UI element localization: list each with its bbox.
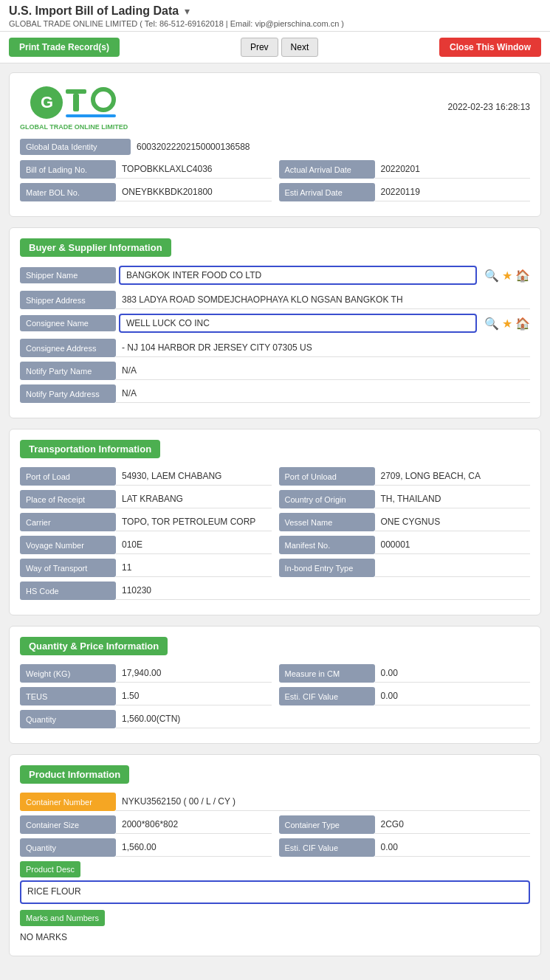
carrier-vessel-row: Carrier TOPO, TOR PETROLEUM CORP Vessel … [20,513,530,531]
quantity-row: Quantity 1,560.00(CTN) [20,710,530,728]
shipper-name-value: BANGKOK INTER FOOD CO LTD [119,266,477,285]
weight-group: Weight (KG) 17,940.00 [20,664,272,683]
container-number-row: Container Number NYKU3562150 ( 00 / L / … [20,793,530,811]
transport-bond-row: Way of Transport 11 In-bond Entry Type [20,559,530,577]
port-unload-value: 2709, LONG BEACH, CA [375,467,531,486]
esti-cif-group: Esti. CIF Value 0.00 [279,687,531,705]
container-size-group: Container Size 2000*806*802 [20,815,272,834]
consignee-name-row: Consignee Name WELL LUCK CO INC 🔍 ★ 🏠 [20,314,530,333]
weight-label: Weight (KG) [20,664,116,683]
hs-code-row: HS Code 110230 [20,582,530,600]
esti-arrival-group: Esti Arrival Date 20220119 [279,183,531,201]
bol-label: Bill of Lading No. [20,160,116,179]
container-number-value: NYKU3562150 ( 00 / L / CY ) [116,793,530,811]
svg-rect-2 [66,89,86,94]
logo-text: GLOBAL TRADE ONLINE LIMITED [20,123,128,131]
voyage-manifest-row: Voyage Number 010E Manifest No. 000001 [20,536,530,554]
teus-label: TEUS [20,687,116,705]
quantity-price-card: Quantity & Price Information Weight (KG)… [9,626,541,744]
home-icon[interactable]: 🏠 [515,269,530,283]
page-title: U.S. Import Bill of Lading Data [9,4,179,17]
transportation-card: Transportation Information Port of Load … [9,429,541,615]
nav-buttons: Prev Next [126,38,433,57]
hs-code-value: 110230 [116,582,530,600]
voyage-group: Voyage Number 010E [20,536,272,554]
manifest-group: Manifest No. 000001 [279,536,531,554]
title-arrow[interactable]: ▾ [185,5,190,17]
container-size-label: Container Size [20,815,116,834]
consignee-address-value: - NJ 104 HARBOR DR JERSEY CITY 07305 US [116,339,530,357]
receipt-group: Place of Receipt LAT KRABANG [20,490,272,508]
product-cif-group: Esti. CIF Value 0.00 [279,838,531,857]
buyer-supplier-card: Buyer & Supplier Information Shipper Nam… [9,227,541,418]
bol-group: Bill of Lading No. TOPOBKKLAXLC4036 [20,160,272,179]
home-icon-2[interactable]: 🏠 [515,317,530,331]
transport-group: Way of Transport 11 [20,559,272,577]
receipt-origin-row: Place of Receipt LAT KRABANG Country of … [20,490,530,508]
receipt-label: Place of Receipt [20,490,116,508]
mater-bol-label: Mater BOL No. [20,183,116,201]
company-info: GLOBAL TRADE ONLINE LIMITED ( Tel: 86-51… [9,19,541,28]
notify-address-label: Notify Party Address [20,384,116,403]
hs-code-label: HS Code [20,582,116,600]
star-icon-2[interactable]: ★ [502,317,512,331]
container-size-type-row: Container Size 2000*806*802 Container Ty… [20,815,530,834]
mater-bol-group: Mater BOL No. ONEYBKKBDK201800 [20,183,272,201]
carrier-value: TOPO, TOR PETROLEUM CORP [116,513,272,531]
port-unload-label: Port of Unload [279,467,375,486]
inbond-group: In-bond Entry Type [279,559,531,577]
print-button[interactable]: Print Trade Record(s) [9,38,120,57]
product-cif-value: 0.00 [375,838,531,857]
manifest-label: Manifest No. [279,536,375,554]
port-load-label: Port of Load [20,467,116,486]
consignee-name-label: Consignee Name [20,315,116,331]
transportation-header: Transportation Information [20,440,160,458]
page-header: U.S. Import Bill of Lading Data ▾ GLOBAL… [0,0,550,32]
svg-rect-5 [66,114,116,117]
product-desc-section: Product Desc RICE FLOUR [20,861,530,904]
port-load-group: Port of Load 54930, LAEM CHABANG [20,467,272,486]
global-data-row: Global Data Identity 6003202220215000013… [20,138,530,156]
prev-button[interactable]: Prev [241,38,278,57]
port-unload-group: Port of Unload 2709, LONG BEACH, CA [279,467,531,486]
close-button[interactable]: Close This Window [439,38,541,57]
consignee-address-row: Consignee Address - NJ 104 HARBOR DR JER… [20,339,530,357]
search-icon[interactable]: 🔍 [484,269,499,283]
container-type-group: Container Type 2CG0 [279,815,531,834]
container-type-value: 2CG0 [375,815,531,834]
marks-label: Marks and Numbers [20,910,105,926]
product-desc-label: Product Desc [20,861,80,877]
vessel-group: Vessel Name ONE CYGNUS [279,513,531,531]
teus-value: 1.50 [116,687,272,705]
shipper-address-row: Shipper Address 383 LADYA ROAD SOMDEJCHA… [20,291,530,309]
esti-cif-value: 0.00 [375,687,531,705]
origin-group: Country of Origin TH, THAILAND [279,490,531,508]
manifest-value: 000001 [375,536,531,554]
actual-arrival-group: Actual Arrival Date 20220201 [279,160,531,179]
product-desc-value: RICE FLOUR [20,880,530,904]
actual-arrival-value: 20220201 [375,160,531,179]
bol-value: TOPOBKKLAXLC4036 [116,160,272,179]
inbond-value [375,559,531,577]
star-icon[interactable]: ★ [502,269,512,283]
container-type-label: Container Type [279,815,375,834]
shipper-address-label: Shipper Address [20,291,116,309]
container-size-value: 2000*806*802 [116,815,272,834]
esti-arrival-label: Esti Arrival Date [279,183,375,201]
product-qty-cif-row: Quantity 1,560.00 Esti. CIF Value 0.00 [20,838,530,857]
actual-arrival-label: Actual Arrival Date [279,160,375,179]
svg-rect-3 [73,94,79,111]
global-data-label: Global Data Identity [20,139,131,155]
product-card: Product Information Container Number NYK… [9,754,541,956]
teus-cif-row: TEUS 1.50 Esti. CIF Value 0.00 [20,687,530,705]
measure-value: 0.00 [375,664,531,683]
svg-point-4 [93,89,114,110]
esti-arrival-value: 20220119 [375,183,531,201]
quantity-label: Quantity [20,710,116,728]
shipper-name-label: Shipper Name [20,267,116,283]
notify-address-row: Notify Party Address N/A [20,384,530,403]
container-number-label: Container Number [20,793,116,811]
weight-value: 17,940.00 [116,664,272,683]
search-icon-2[interactable]: 🔍 [484,317,499,331]
next-button[interactable]: Next [281,38,319,57]
